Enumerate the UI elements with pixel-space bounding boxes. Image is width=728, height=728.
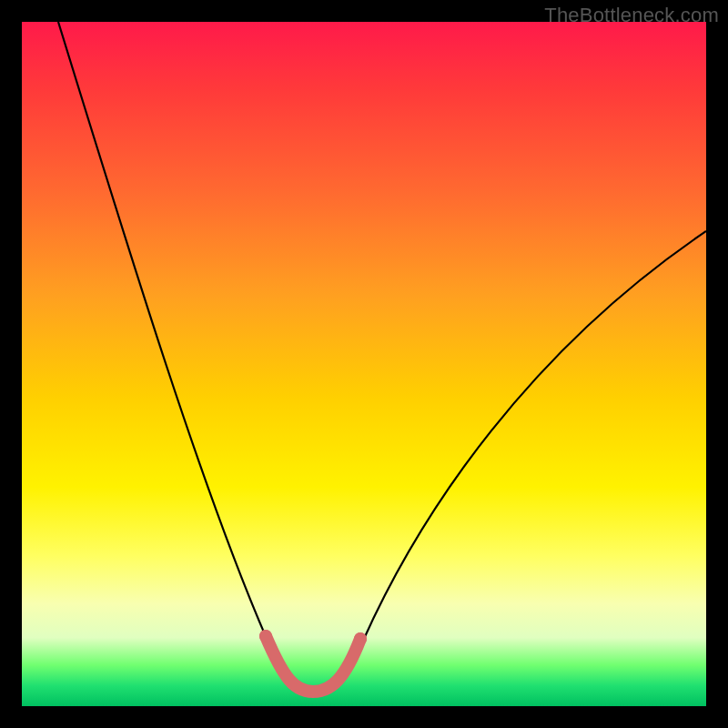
credit-text: TheBottleneck.com — [544, 4, 719, 27]
min-zone-dot-right — [354, 632, 367, 645]
min-zone-dot-left — [259, 630, 272, 642]
chart-plot-area — [22, 22, 706, 706]
bottleneck-curve — [58, 22, 706, 691]
min-zone-highlight — [266, 636, 360, 692]
chart-svg — [22, 22, 706, 706]
